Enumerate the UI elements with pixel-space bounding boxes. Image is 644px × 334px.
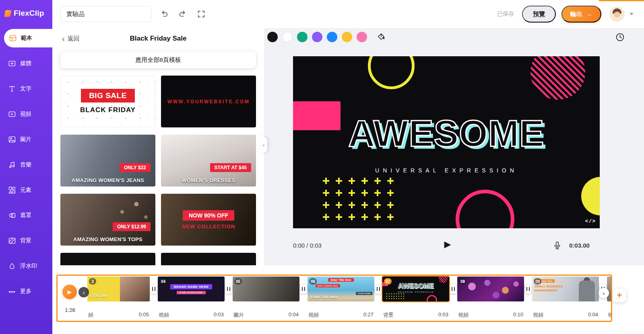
canvas-subtitle[interactable]: UNIVERSAL EXPRESSION [293,167,600,174]
clip-thumbnail[interactable]: 06 Enter Title Here Enter Subtitle Here … [308,277,374,301]
timeline-scroll-right-button[interactable]: › [599,288,609,298]
clip-meta: 視頻 0:27 [308,311,374,319]
sidebar-item-image[interactable]: 圖片 [0,130,52,149]
back-button[interactable]: ‹ 返回 [62,35,80,43]
timeline-scroll-left-button[interactable]: ‹ [78,287,89,297]
transition-button[interactable] [375,284,382,294]
preview-canvas[interactable]: AWESOME UNIVERSAL EXPRESSION </> [293,56,600,228]
timeline-total-duration: 1:26 [61,307,79,313]
clip-duration: 0:27 [363,311,374,319]
plus-glyph [349,202,355,208]
sidebar-item-text[interactable]: 文字 [0,80,52,98]
avatar[interactable] [609,6,625,22]
template-thumb-partial[interactable] [60,253,155,265]
clip-meta: 背景 0:03 [382,311,449,319]
plus-glyph [387,214,394,220]
microphone-icon[interactable] [551,240,563,251]
add-clip-button[interactable]: + [613,289,626,302]
template-text: WWW.YOURWEBSITE.COM [167,99,250,105]
sidebar-item-label: 文字 [20,85,31,92]
sidebar-item-background[interactable]: 背景 [0,232,52,250]
plus-glyph [349,178,355,184]
template-thumb-partial[interactable] [161,253,256,265]
fullscreen-button[interactable] [194,7,208,21]
timeline-clip-3[interactable]: 3 i, I'm Lea 頻 0:05 [87,276,150,319]
transition-button[interactable] [225,284,232,294]
preview-play-button[interactable]: ▶ [442,239,453,250]
clip-dot-grid [386,293,404,299]
panel-collapse-handle[interactable]: ‹ [260,137,267,153]
clip-meta: 視頻 0:04 [532,311,599,319]
history-clock-icon[interactable] [614,31,625,43]
color-swatch-teal[interactable] [297,32,308,42]
sidebar-item-watermark[interactable]: 浮水印 [0,257,52,275]
transition-button[interactable] [300,284,307,294]
export-button[interactable]: 輸出 → [561,6,601,23]
canvas-hatched-circle[interactable] [530,56,585,100]
template-thumb-collection[interactable]: NOW 90% OFF NEW COLLECTION [161,194,256,246]
color-swatch-blue[interactable] [327,32,337,42]
timeline-clip-08[interactable]: 08 視頻 0:10 [457,276,524,319]
timeline-clip-05[interactable]: 05 圖片 0:04 [233,276,299,319]
canvas-pink-ring[interactable] [456,190,514,228]
plus-glyph [361,190,368,196]
preview-button[interactable]: 預覽 [522,6,556,23]
sidebar-item-video[interactable]: 視頻 [0,105,52,123]
sidebar-nav: 範本 媒體 文字 視頻 圖片 [0,26,52,304]
color-swatch-purple[interactable] [312,32,322,42]
color-swatch-white[interactable] [282,32,293,42]
clip-pink-ring [427,295,437,301]
sidebar-item-more[interactable]: ••• 更多 [0,282,52,301]
sidebar-item-label: 更多 [20,288,31,295]
canvas-headline[interactable]: AWESOME [293,115,600,152]
template-text: BIG SALE [81,89,135,102]
redo-button[interactable] [175,7,190,21]
timeline-clip-partial[interactable]: 視 [607,276,612,319]
clip-thumbnail[interactable] [607,277,612,301]
template-thumb-tops[interactable]: ONLY $12.99 AMAZING WOMEN'S TOPS [60,194,155,246]
chevron-down-icon[interactable] [630,13,634,15]
sidebar-item-templates[interactable]: 範本 [4,29,52,47]
clip-thumbnail[interactable]: 05 [233,277,299,301]
sidebar-item-elements[interactable]: 元素 [0,181,52,199]
clip-meta: 視頻 0:03 [158,311,225,319]
timeline-clip-06[interactable]: 06 Enter Title Here Enter Subtitle Here … [308,276,374,319]
canvas-yellow-ring[interactable] [368,56,415,89]
apply-all-templates-button[interactable]: 應用全部8頁模板 [60,51,256,68]
clip-text: FOR CAROLINE [177,291,205,294]
timeline-clip-04[interactable]: 04 BRAND NAME HERE FOR CAROLINE 視頻 0:03 [158,276,225,319]
template-thumb-website[interactable]: WWW.YOURWEBSITE.COM [161,76,256,127]
template-thumb-big-sale[interactable]: BIG SALE BLACK FRIDAY [60,76,155,127]
timeline-clip-09[interactable]: 09 Optimize Your SMALL BUSINESS MANAGEME… [532,276,599,319]
plus-glyph [349,214,355,220]
sidebar-item-media[interactable]: 媒體 [0,54,52,73]
sidebar-item-music[interactable]: 音樂 [0,156,52,174]
canvas-yellow-circle[interactable] [581,177,600,215]
transition-button[interactable] [151,284,157,294]
paint-bucket-icon[interactable] [375,31,387,43]
undo-button[interactable] [157,7,171,21]
embed-code-icon[interactable]: </> [585,218,596,224]
clip-thumbnail[interactable]: 09 Optimize Your SMALL BUSINESS MANAGEME… [532,277,599,301]
transition-icon [377,287,380,291]
timeline-clip-07-selected[interactable]: 07 AWESOME UNIVERSAL EXPRESSION 背景 0:03 [382,276,449,319]
template-thumb-jeans[interactable]: ONLY $22 AMAZING WOMEN'S JEANS [60,135,155,186]
color-swatch-yellow[interactable] [342,32,352,42]
clip-number-badge: 04 [159,278,167,285]
clip-thumbnail[interactable]: 3 i, I'm Lea [87,277,150,301]
flexclip-logo[interactable]: FlexClip [0,0,52,23]
transition-button[interactable] [450,284,456,294]
media-icon [8,59,16,68]
color-swatch-pink[interactable] [357,32,367,42]
project-name-input[interactable] [60,6,151,22]
clip-type-label: 視 [608,311,612,319]
clip-thumbnail[interactable]: 08 [457,277,524,301]
transition-button[interactable] [525,284,531,294]
template-thumb-dresses[interactable]: START AT $45 WOMEN'S DRESSES [161,135,256,186]
clip-thumbnail[interactable]: 04 BRAND NAME HERE FOR CAROLINE [158,277,225,301]
color-swatch-black[interactable] [267,32,278,42]
clip-thumbnail[interactable]: 07 AWESOME UNIVERSAL EXPRESSION [382,277,449,301]
sidebar-item-mask[interactable]: 遮罩 [0,206,52,225]
template-set-title: Black Friday Sale [130,35,187,43]
timeline-play-button[interactable]: ▶ [62,285,77,299]
